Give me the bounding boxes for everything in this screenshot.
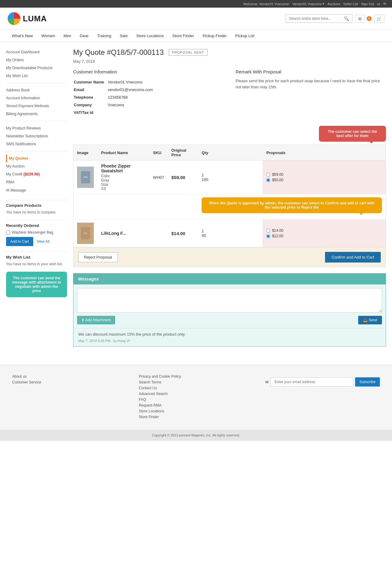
proposal-radio-3[interactable] xyxy=(266,229,270,233)
subscribe-button[interactable]: Subscribe xyxy=(355,377,380,386)
product-sku-cell: WH07 xyxy=(149,161,168,194)
products-table: Image Product Name SKU Original Price Qt… xyxy=(73,145,386,247)
recently-ordered-item-label: Wayfarer Messenger Bag xyxy=(12,230,53,235)
add-to-cart-button[interactable]: Add to Cart xyxy=(6,237,33,246)
messages-section: Messages ⬆ Add Attachment 📤 Send We can … xyxy=(73,273,386,347)
product-price-cell-2: $14.00 xyxy=(168,220,198,247)
recently-ordered-checkbox[interactable] xyxy=(6,231,10,235)
main-nav: What's New Women Men Gear Training Sale … xyxy=(0,30,392,42)
col-product-name: Product Name xyxy=(97,145,149,161)
compare-products-section: Compare Products You have no items to co… xyxy=(6,203,67,214)
search-box[interactable]: 🔍 xyxy=(286,14,352,23)
customer-name-row: Customer Name Vendor01 Vnecoms xyxy=(74,79,223,86)
recently-ordered-title: Recently Ordered xyxy=(6,223,67,228)
proposal-radio-1[interactable] xyxy=(266,173,270,177)
newsletter-email-icon: ✉ xyxy=(265,380,269,384)
header: LUMA 🔍 ⊞ 1 🛒 xyxy=(0,8,392,30)
vat-row: VAT/Tax Id xyxy=(74,109,223,116)
newsletter-email-input[interactable] xyxy=(270,377,353,386)
col-qty: Qty xyxy=(198,145,263,161)
search-icon[interactable]: 🔍 xyxy=(344,16,349,21)
cart-button[interactable]: 🛒 xyxy=(374,15,384,23)
header-icons: ⊞ 1 🛒 xyxy=(355,15,384,23)
product-proposals-cell-2: $14.00 $12.00 xyxy=(263,220,386,247)
nav-whats-new[interactable]: What's New xyxy=(8,30,37,42)
col-image: Image xyxy=(73,145,97,161)
sidebar-item-credit: My Credit ($229.50) xyxy=(6,170,67,178)
view-all-link[interactable]: View All xyxy=(37,239,49,244)
email-icon[interactable]: ✉ xyxy=(383,2,386,6)
company-row: Company Vnecoms xyxy=(74,101,223,108)
footer-privacy[interactable]: Privacy and Cookie Policy xyxy=(139,374,253,379)
message-compose: ⬆ Add Attachment 📤 Send xyxy=(73,284,386,328)
message-textarea[interactable] xyxy=(77,288,382,312)
nav-men[interactable]: Men xyxy=(59,30,76,42)
nav-store-locations[interactable]: Store Locations xyxy=(132,30,168,42)
sidebar-item-newsletter: Newsletter Subscriptions xyxy=(6,132,67,140)
footer-store-locations[interactable]: Store Locations xyxy=(139,409,253,413)
compare-text: You have no items to compare. xyxy=(6,210,67,214)
wish-list-text: You have no items in your wish list. xyxy=(6,262,67,266)
sidebar-item-wishlist: My Wish List xyxy=(6,72,67,80)
proposal-radio-4[interactable] xyxy=(266,234,270,238)
nav-pickup-list[interactable]: Pickup List xyxy=(231,30,259,42)
footer-faq[interactable]: FAQ xyxy=(139,397,253,402)
grid-view-button[interactable]: ⊞ xyxy=(355,15,364,23)
tooltip-row: When the Quote is approved by admin, the… xyxy=(73,194,386,220)
auctions-link[interactable]: Auctions xyxy=(327,2,340,6)
sign-out-link[interactable]: Sign Out xyxy=(361,2,374,6)
product-image-2: IMG xyxy=(77,223,94,244)
message-meta-0: May 7, 2018 6:26 PM - by Hung Vt xyxy=(78,339,381,343)
footer-advanced-search[interactable]: Advanced Search xyxy=(139,392,253,396)
add-attachment-button[interactable]: ⬆ Add Attachment xyxy=(77,316,115,324)
nav-training[interactable]: Training xyxy=(93,30,115,42)
product-name-cell-2: LifeLong F... xyxy=(97,220,149,247)
send-icon: 📤 xyxy=(363,318,368,322)
sidebar-item-downloadable: My Downloadable Products xyxy=(6,64,67,72)
remark-section: Remark With Proposal Please send the pri… xyxy=(236,69,386,117)
col-proposals: Proposals xyxy=(263,145,386,161)
sidebar-item-dashboard: Account Dashboard xyxy=(6,48,67,56)
product-qty-cell-2: 1 50 xyxy=(198,220,263,247)
reject-button[interactable]: Reject Proposal xyxy=(78,252,118,262)
logo[interactable]: LUMA xyxy=(8,12,47,25)
nav-sale[interactable]: Sale xyxy=(115,30,132,42)
nav-gear[interactable]: Gear xyxy=(76,30,93,42)
telephone-row: Telephone 123456789 xyxy=(74,94,223,101)
remark-title: Remark With Proposal xyxy=(236,69,386,74)
nav-women[interactable]: Women xyxy=(37,30,59,42)
messages-title: Messages xyxy=(73,273,386,284)
chevron-down-icon: ▾ xyxy=(323,2,324,6)
search-input[interactable] xyxy=(289,16,344,21)
sidebar-item-billing: Billing Agreements xyxy=(6,110,67,118)
nav-store-finder[interactable]: Store Finder xyxy=(168,30,199,42)
footer-about-us[interactable]: About us xyxy=(12,374,127,379)
col-sku: SKU xyxy=(149,145,168,161)
proposal-option-4: $12.00 xyxy=(266,234,382,238)
seller-list-link[interactable]: Seller List xyxy=(343,2,358,6)
sidebar-item-reviews: My Product Reviews xyxy=(6,124,67,132)
products-section: Image Product Name SKU Original Price Qt… xyxy=(73,145,386,248)
footer: About us Customer Service Privacy and Co… xyxy=(0,365,392,430)
send-button[interactable]: 📤 Send xyxy=(358,316,382,324)
proposal-radio-2[interactable] xyxy=(266,178,270,182)
footer-store-finder[interactable]: Store Finder xyxy=(139,415,253,419)
vendor-dropdown[interactable]: Vendor01 Vnecoms ▾ xyxy=(292,2,324,6)
nav-pickup-finder[interactable]: Pickup Finder xyxy=(198,30,231,42)
svg-text:IMG: IMG xyxy=(83,176,87,178)
proposal-options: $59.00 $50.00 xyxy=(266,172,382,182)
proposal-option-1: $59.00 xyxy=(266,172,382,177)
sidebar-item-address: Address Book xyxy=(6,86,67,94)
message-content-0: We can discount maximum 15% the price of… xyxy=(78,332,381,337)
sidebar-item-rma: RMA xyxy=(6,178,67,186)
footer-customer-service[interactable]: Customer Service xyxy=(12,380,127,384)
recently-ordered-item-row: Wayfarer Messenger Bag xyxy=(6,230,67,235)
info-sections: Customer Information Customer Name Vendo… xyxy=(73,69,386,117)
recently-ordered-actions: Add to Cart View All xyxy=(6,237,67,246)
logo-icon xyxy=(8,12,20,25)
confirm-button[interactable]: Confirm and Add to Cart xyxy=(325,252,381,263)
footer-rma[interactable]: Request RMA xyxy=(139,403,253,407)
footer-search-terms[interactable]: Search Terms xyxy=(139,380,253,384)
product-image-cell: IMG xyxy=(73,161,97,194)
footer-contact[interactable]: Contact Us xyxy=(139,386,253,390)
